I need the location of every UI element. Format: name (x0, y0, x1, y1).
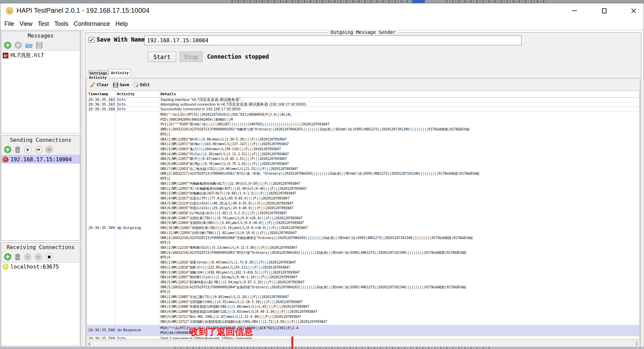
edit-button[interactable]: Edit (134, 82, 150, 88)
details-cell: Attempting outbound connection to HL7消息发… (159, 102, 639, 107)
menu-item-test[interactable]: Test (38, 20, 49, 28)
tab-activity[interactable]: Activity (109, 69, 131, 76)
screen: HAPI TestPanel 2.0.1 - 192.168.17.15:100… (0, 0, 644, 349)
fast-forward-icon (35, 253, 42, 261)
scroll-right-icon[interactable] (635, 342, 638, 346)
edit-button-label: Edit (140, 82, 150, 87)
details-cell-outgoing-message: MSH|^~\&|LIS||HTCIS||20201207101411||OUL… (159, 112, 639, 325)
horizontal-scrollbar[interactable] (87, 341, 640, 347)
start-all-receiving-button[interactable] (35, 253, 42, 261)
table-row-outgoing[interactable]: 20:36:35.389 Outgoing MSH|^~\&|LIS||HTCI… (87, 112, 639, 325)
groupbox-title: Outgoing Message Sender (328, 30, 398, 35)
table-row[interactable]: 20:36:35.589 Info Sent 1 message in 199m… (87, 336, 639, 339)
table-row-response[interactable]: 20:36:35.588 Response MSH|^~\&|HTCIS||LI… (87, 325, 639, 336)
outgoing-sender-groupbox: Outgoing Message Sender Save With Name: … (85, 32, 641, 349)
sending-connection-item[interactable]: 192.168.17.15:10004 (1, 155, 80, 164)
window-controls (569, 3, 639, 18)
sending-connections-list: 192.168.17.15:10004 (1, 155, 80, 240)
activity-cell: Info (117, 107, 126, 111)
activity-cell: Info (117, 102, 126, 107)
broom-icon (90, 82, 95, 88)
receiving-connections-title: Receiving Connections (7, 244, 75, 250)
table-row[interactable]: 20:36:35.383 Info Starting interface "HL… (87, 98, 639, 102)
sending-connections-title: Sending Connections (10, 137, 71, 143)
save-with-name-checkbox[interactable] (89, 37, 94, 43)
stop-sending-connection-button[interactable] (45, 146, 53, 154)
activity-groupbox-title: Activity (88, 75, 108, 80)
trash-icon (14, 146, 21, 153)
start-all-sending-button[interactable] (35, 146, 42, 154)
receiving-connections-toolbar (1, 251, 80, 263)
hl7-file-icon: H7 (3, 53, 8, 58)
message-list-item[interactable]: H7 HL7消息.hl7 (1, 51, 80, 60)
receiving-connections-header: Receiving Connections (1, 243, 80, 251)
stop-icon (45, 253, 53, 261)
sidebar: Messages (0, 30, 81, 347)
window-title: HAPI TestPanel 2.0.1 - 192.168.17.15:100… (16, 7, 150, 14)
scroll-left-icon[interactable] (88, 342, 91, 346)
menu-item-help[interactable]: Help (115, 20, 128, 28)
connection-status-text: Connection stopped (207, 53, 269, 60)
clear-button-label: Clear (97, 82, 109, 87)
minimize-icon (572, 10, 577, 11)
menu-item-view[interactable]: View (19, 20, 33, 28)
plus-circle-icon (4, 146, 11, 153)
start-receiving-connection-button[interactable] (24, 253, 32, 261)
annotation-arrow-icon (288, 337, 297, 349)
receiving-connection-item[interactable]: localhost:63675 (1, 263, 80, 271)
stop-receiving-connection-button[interactable] (45, 253, 53, 261)
timestamp-cell: 20:36:35.383 (87, 98, 115, 102)
sidebar-splitter[interactable] (81, 30, 83, 347)
stop-button[interactable]: Stop (180, 52, 203, 62)
add-message-button[interactable] (4, 42, 11, 49)
messages-toolbar (1, 40, 80, 51)
save-message-button[interactable] (36, 42, 43, 49)
desktop-noise (232, 0, 419, 3)
plus-circle-icon (4, 42, 11, 49)
menu-bar: File View Test Tools Conformance Help (0, 18, 644, 30)
menu-item-tools[interactable]: Tools (54, 20, 69, 28)
timestamp-cell: 20:36:35.389 (87, 112, 115, 325)
menu-item-conformance[interactable]: Conformance (73, 20, 110, 28)
table-row[interactable]: 20:36:35.388 Info Successfully connected… (87, 107, 639, 112)
x-circle-icon (14, 42, 22, 49)
start-sending-connection-button[interactable] (24, 146, 32, 154)
timestamp-cell: 20:36:35.383 (87, 102, 115, 107)
window-body: Messages (0, 30, 644, 347)
plus-circle-icon (4, 253, 11, 260)
timestamp-cell: 20:36:35.388 (87, 107, 115, 111)
response-arrow-icon (117, 328, 122, 332)
menu-item-file[interactable]: File (4, 20, 14, 28)
delete-sending-connection-button[interactable] (14, 146, 21, 153)
clear-button[interactable]: Clear (90, 82, 109, 88)
floppy-disk-icon (113, 82, 118, 88)
remove-message-button[interactable] (14, 42, 22, 49)
activity-cell: Info (117, 98, 126, 102)
save-activity-button[interactable]: Save (113, 82, 129, 88)
start-button[interactable]: Start (148, 52, 176, 62)
outgoing-arrow-icon (117, 226, 122, 230)
message-file-name: HL7消息.hl7 (10, 52, 44, 59)
timestamp-cell: 20:36:35.588 (87, 325, 115, 336)
delete-receiving-connection-button[interactable] (14, 253, 21, 260)
add-sending-connection-button[interactable] (4, 146, 11, 153)
activity-cell: Response (123, 328, 141, 332)
activity-table-header: Timestamp Activity Details (87, 91, 639, 98)
messages-panel-header: Messages (1, 31, 80, 40)
close-button[interactable] (628, 5, 639, 16)
details-cell: Starting interface "HL7消息发送器-测试服务器"... (159, 98, 639, 102)
checkmark-icon (89, 38, 94, 42)
annotation-text: 收到了返回信息 (190, 326, 253, 338)
header-activity: Activity (115, 91, 159, 97)
activity-toolbar: Clear Save (87, 81, 150, 89)
table-row[interactable]: 20:36:35.383 Info Attempting outbound co… (87, 102, 639, 107)
receiving-connections-panel: Receiving Connections (1, 242, 80, 346)
tab-settings[interactable]: Settings (88, 70, 108, 76)
maximize-button[interactable] (599, 5, 609, 16)
open-message-button[interactable] (25, 42, 33, 49)
add-receiving-connection-button[interactable] (4, 253, 11, 260)
minimize-button[interactable] (569, 5, 580, 16)
desktop-noise (446, 0, 547, 3)
connection-name-input[interactable] (144, 36, 522, 45)
close-icon (631, 8, 636, 13)
